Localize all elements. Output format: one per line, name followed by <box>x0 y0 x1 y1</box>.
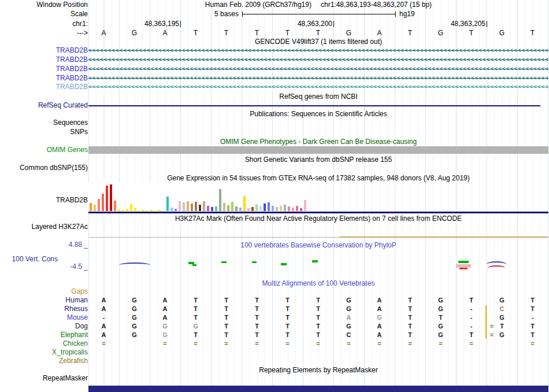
gtex-tissue-bar[interactable] <box>134 208 136 211</box>
alignment-base: T <box>456 331 487 339</box>
gtex-tissue-bar[interactable] <box>211 207 213 211</box>
alignment-base: T <box>211 297 242 304</box>
omim-genes-item[interactable] <box>88 146 548 154</box>
gencode-transcript-arrows[interactable]: <<<<<<<<<<<<<<<<<<<<<<<<<<<<<<<<<<<<<<<<… <box>88 47 548 54</box>
alignment-base: G <box>180 323 211 330</box>
gtex-tissue-bar[interactable] <box>243 196 246 211</box>
gencode-transcript-arrows[interactable]: <<<<<<<<<<<<<<<<<<<<<<<<<<<<<<<<<<<<<<<<… <box>88 65 548 73</box>
gtex-track-title[interactable]: Gene Expression in 54 tissues from GTEx … <box>88 175 548 182</box>
gtex-tissue-bar[interactable] <box>235 206 238 211</box>
publications-track-title[interactable]: Publications: Sequences in Scientific Ar… <box>88 110 548 118</box>
alignment-base: T <box>395 331 425 339</box>
gtex-tissue-bar[interactable] <box>203 201 205 211</box>
gtex-tissue-bar[interactable] <box>98 199 100 211</box>
gtex-tissue-bar[interactable] <box>284 205 286 211</box>
gtex-tissue-bar[interactable] <box>259 206 262 211</box>
alignment-base: = <box>211 340 242 347</box>
gtex-tissue-bar[interactable] <box>142 210 144 211</box>
gtex-tissue-bar[interactable] <box>150 210 153 211</box>
gtex-tissue-bar[interactable] <box>102 194 104 211</box>
gtex-tissue-bar[interactable] <box>288 206 290 211</box>
gtex-tissue-bar[interactable] <box>292 208 294 211</box>
conservation-mark <box>488 265 505 271</box>
h3k27ac-track-title[interactable]: H3K27Ac Mark (Often Found Near Active Re… <box>88 215 548 223</box>
gencode-item-label[interactable]: TRABD2B <box>56 47 88 54</box>
dbsnp-track-title[interactable]: Short Genetic Variants from dbSNP releas… <box>88 156 548 164</box>
gtex-tissue-bar[interactable] <box>207 206 209 211</box>
gtex-tissue-bar[interactable] <box>255 204 258 211</box>
ruler-base-letter: G <box>425 29 456 37</box>
gtex-tissue-bar[interactable] <box>239 208 242 211</box>
gtex-tissue-bar[interactable] <box>175 209 177 211</box>
gtex-tissue-bar[interactable] <box>251 207 254 211</box>
gtex-tissue-bar[interactable] <box>300 208 302 211</box>
scale-label: Scale <box>71 10 88 18</box>
alignment-base: = <box>456 340 487 347</box>
alignment-base: = <box>150 340 180 347</box>
gtex-tissue-bar[interactable] <box>223 203 225 211</box>
ruler-coordinate-label: 48,363,200 <box>281 20 332 28</box>
gencode-track-title[interactable]: GENCODE V49lift37 (1 items filtered out) <box>88 38 548 46</box>
alignment-base: - <box>456 323 487 330</box>
conservation-track-title[interactable]: 100 vertebrates Basewise Conservation by… <box>88 242 548 249</box>
species-label-rhesus: Rhesus <box>64 305 88 313</box>
gtex-tissue-bar[interactable] <box>199 205 201 211</box>
gtex-tissue-bar[interactable] <box>179 201 181 211</box>
alignment-base: T <box>242 305 272 313</box>
gtex-tissue-bar[interactable] <box>191 204 193 211</box>
ruler-base-letter: A <box>364 29 395 37</box>
gtex-tissue-bar[interactable] <box>158 210 161 211</box>
multiz-track-title[interactable]: Multiz Alignments of 100 Vertebrates <box>88 280 548 287</box>
gtex-tissue-bar[interactable] <box>114 201 116 211</box>
gtex-tissue-bar[interactable] <box>280 206 282 211</box>
gtex-tissue-bar[interactable] <box>94 205 96 211</box>
gtex-tissue-bar[interactable] <box>247 208 250 211</box>
gtex-tissue-bar[interactable] <box>227 205 229 211</box>
alignment-base: T <box>272 323 303 330</box>
gtex-tissue-bar[interactable] <box>272 206 274 211</box>
gtex-tissue-bar[interactable] <box>304 200 306 211</box>
gtex-tissue-bar[interactable] <box>138 210 140 211</box>
gtex-tissue-bar[interactable] <box>264 204 266 211</box>
omim-track-title[interactable]: OMIM Gene Phenotypes - Dark Green Can Be… <box>88 138 548 146</box>
gtex-tissue-bar[interactable] <box>219 189 221 211</box>
gtex-tissue-bar[interactable] <box>166 197 169 211</box>
gtex-tissue-bar[interactable] <box>126 209 128 211</box>
gencode-transcript-arrows[interactable]: <<<<<<<<<<<<<<<<<<<<<<<<<<<<<<<<<<<<<<<<… <box>88 56 548 64</box>
gtex-tissue-bar[interactable] <box>268 202 270 211</box>
ruler-base-letter: G <box>487 29 517 37</box>
alignment-base: G <box>333 323 364 330</box>
alignment-base: T <box>395 305 425 313</box>
gencode-transcript-arrows[interactable]: <<<<<<<<<<<<<<<<<<<<<<<<<<<<<<<<<<<<<<<<… <box>88 75 548 82</box>
gtex-tissue-bar[interactable] <box>106 186 108 211</box>
gtex-tissue-bar[interactable] <box>118 209 120 211</box>
gtex-tissue-bar[interactable] <box>215 206 217 211</box>
alignment-base: G <box>425 331 456 339</box>
repeatmasker-item[interactable] <box>88 386 548 392</box>
gtex-tissue-bar[interactable] <box>183 202 185 211</box>
refseq-curated-item[interactable] <box>88 105 540 106</box>
gtex-tissue-bar[interactable] <box>122 210 124 211</box>
refseq-track-title[interactable]: RefSeq genes from NCBI <box>88 93 548 101</box>
gencode-transcript-arrows[interactable]: <<<<<<<<<<<<<<<<<<<<<<<<<<<<<<<<<<<<<<<<… <box>88 83 548 91</box>
gtex-tissue-bar[interactable] <box>110 184 112 211</box>
gtex-tissue-bar[interactable] <box>154 210 157 211</box>
gtex-tissue-bar[interactable] <box>276 207 278 211</box>
gtex-tissue-bar[interactable] <box>162 210 165 211</box>
gencode-item-label[interactable]: TRABD2B <box>56 83 88 91</box>
conservation-mark <box>252 261 257 263</box>
gtex-tissue-bar[interactable] <box>195 202 197 211</box>
gencode-item-label[interactable]: TRABD2B <box>56 56 88 64</box>
gencode-item-label[interactable]: TRABD2B <box>56 75 88 82</box>
gencode-item-label[interactable]: TRABD2B <box>56 65 88 73</box>
alignment-base: T <box>517 305 548 313</box>
gtex-tissue-bar[interactable] <box>130 204 132 211</box>
gtex-tissue-bar[interactable] <box>296 206 298 211</box>
gtex-tissue-bar[interactable] <box>90 203 92 211</box>
gtex-tissue-bar[interactable] <box>187 201 189 211</box>
gtex-tissue-bar[interactable] <box>170 208 173 211</box>
alignment-base: = <box>364 340 395 347</box>
gtex-tissue-bar[interactable] <box>146 210 149 211</box>
gtex-tissue-bar[interactable] <box>231 202 233 211</box>
repeatmasker-track-title[interactable]: Repeating Elements by RepeatMasker <box>88 367 548 374</box>
